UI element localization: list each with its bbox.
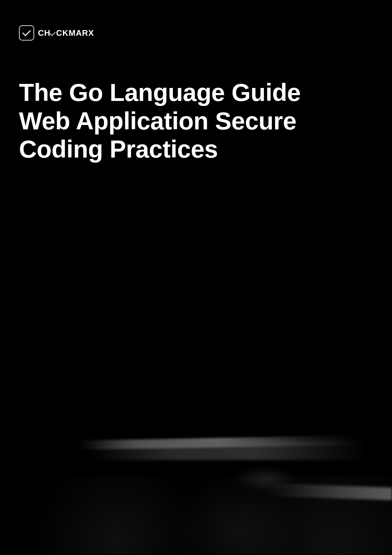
brand-logo: CHCKMARX — [19, 25, 373, 41]
title-line-3: Coding Practices — [19, 135, 367, 164]
background-artwork — [0, 390, 392, 555]
brand-suffix: CKMARX — [56, 28, 94, 38]
title-line-2: Web Application Secure — [19, 107, 367, 135]
brand-name: CHCKMARX — [38, 28, 94, 38]
document-title: The Go Language Guide Web Application Se… — [19, 78, 367, 164]
cover-page: CHCKMARX The Go Language Guide Web Appli… — [0, 0, 392, 555]
brand-prefix: CH — [38, 28, 51, 38]
checkmark-logo-icon — [19, 25, 34, 41]
title-line-1: The Go Language Guide — [19, 78, 367, 107]
